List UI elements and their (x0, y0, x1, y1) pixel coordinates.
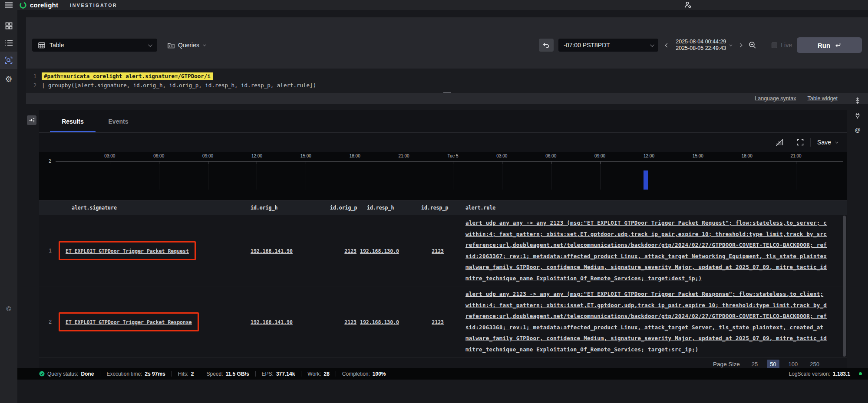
expand-side-panel-button[interactable] (27, 115, 36, 125)
corelight-logo[interactable]: corelight INVESTIGATOR (19, 1, 117, 9)
orig-p-link[interactable]: 2123 (344, 248, 356, 254)
save-button[interactable]: Save (817, 139, 837, 146)
product-name: INVESTIGATOR (70, 3, 117, 8)
tab-events[interactable]: Events (96, 118, 141, 132)
time-step-back-button[interactable] (663, 39, 671, 52)
rule-line[interactable]: reference:url,doubleagent.net/telecommun… (465, 311, 847, 322)
at-sign-icon[interactable]: @ (855, 127, 861, 133)
page-size-option-250[interactable]: 250 (807, 360, 822, 369)
x-axis-tick-label: 03:00 (496, 154, 507, 158)
x-axis-tick-label: 21:00 (791, 154, 802, 158)
hamburger-menu-icon[interactable] (0, 2, 17, 8)
live-toggle[interactable]: Live (772, 42, 792, 49)
page-size-option-100[interactable]: 100 (785, 360, 801, 369)
status-value: 2 (191, 371, 194, 377)
column-header-alert-rule[interactable]: alert.rule (465, 203, 847, 213)
y-axis-tick-label: 2 (49, 159, 51, 164)
query-editor[interactable]: 1 #path=suricata_corelight alert.signatu… (26, 69, 868, 93)
query-code-highlighted[interactable]: #path=suricata_corelight alert.signature… (42, 72, 213, 80)
status-value: 377.14k (276, 371, 295, 377)
time-step-forward-button[interactable] (736, 39, 744, 52)
status-divider (100, 371, 100, 377)
rule-cell: alert udp any any -> any 2123 (msg:"ET E… (465, 215, 847, 286)
status-value: 2s 97ms (145, 371, 165, 377)
column-header-alert-signature[interactable]: alert.signature (59, 205, 245, 211)
query-code[interactable]: | groupby([alert.signature, id.orig_h, i… (42, 82, 316, 88)
column-header-id-orig_h[interactable]: id.orig_h (245, 205, 330, 211)
rule-line[interactable]: mitre_technique_name Exploitation_Of_Rem… (465, 273, 847, 284)
view-selector-dropdown[interactable]: Table (32, 39, 157, 52)
controls-divider (790, 138, 790, 147)
column-header-id-orig_p[interactable]: id.orig_p (330, 205, 358, 211)
controls-divider (810, 138, 811, 147)
x-tickmark (796, 161, 796, 164)
x-axis-tick-label: 03:00 (104, 154, 115, 158)
signature-link[interactable]: ET EXPLOIT GTPDoor Trigger Packet Respon… (66, 319, 192, 325)
time-range-selector[interactable]: 2025-08-04 00:44:29 2025-08-05 22:49:43 (676, 39, 731, 52)
timezone-value: -07:00 PST8PDT (564, 42, 610, 49)
status-label: Execution time: (106, 371, 142, 377)
orig-h-link[interactable]: 192.168.141.90 (251, 319, 293, 325)
left-sidebar: ⚙ © (0, 10, 17, 403)
x-gridline (257, 162, 257, 190)
x-axis-tick-label: 06:00 (545, 154, 556, 158)
tab-results[interactable]: Results (50, 118, 96, 132)
sidebar-item-lists[interactable] (0, 34, 17, 52)
resp-p-link[interactable]: 2123 (432, 248, 444, 254)
plug-icon[interactable] (855, 113, 861, 120)
run-button[interactable]: Run (797, 37, 862, 53)
live-checkbox[interactable] (772, 43, 777, 48)
queries-menu-button[interactable]: Queries (168, 42, 205, 49)
rule-line[interactable]: reference:url,doubleagent.net/telecommun… (465, 239, 847, 251)
chevron-down-icon (729, 43, 733, 46)
rule-line[interactable]: sid:2063368; rev:1; metadata:affected_pr… (465, 322, 847, 333)
rule-line[interactable]: within:4; fast_pattern; xbits:isset,ET.g… (465, 300, 847, 311)
collapse-vertical-icon[interactable] (855, 97, 861, 104)
query-toolbar: Table Queries -07:00 PST8PDT (26, 37, 868, 53)
rule-line[interactable]: sid:2063367; rev:1; metadata:affected_pr… (465, 251, 847, 262)
table-row: 2ET EXPLOIT GTPDoor Trigger Packet Respo… (39, 286, 847, 357)
table-widget-link[interactable]: Table widget (808, 95, 838, 102)
column-header-id-resp_p[interactable]: id.resp_p (421, 205, 465, 211)
rule-line[interactable]: malware_family GTPDoor, confidence Mediu… (465, 333, 847, 344)
histogram-bar[interactable] (644, 170, 648, 190)
view-selector-value: Table (50, 42, 64, 49)
signature-link[interactable]: ET EXPLOIT GTPDoor Trigger Packet Reques… (66, 248, 189, 254)
vertical-scrollbar[interactable] (843, 216, 846, 357)
copyright-icon[interactable]: © (0, 305, 17, 312)
rule-line[interactable]: malware_family GTPDoor, confidence Mediu… (465, 262, 847, 273)
column-header-id-resp_h[interactable]: id.resp_h (358, 205, 421, 211)
resp-p-link[interactable]: 2123 (432, 319, 444, 325)
timezone-dropdown[interactable]: -07:00 PST8PDT (558, 39, 658, 52)
orig-p-link[interactable]: 2123 (344, 319, 356, 325)
status-item: EPS:377.14k (262, 371, 295, 377)
resp-h-link[interactable]: 192.168.130.0 (360, 248, 399, 254)
rule-line[interactable]: alert udp any any -> any 2123 (msg:"ET E… (465, 217, 847, 229)
zoom-out-time-button[interactable] (749, 41, 756, 49)
status-divider (200, 371, 200, 377)
x-tickmark (110, 161, 110, 164)
resp-h-link[interactable]: 192.168.130.0 (360, 319, 399, 325)
undo-button[interactable] (539, 39, 554, 52)
x-tickmark (453, 161, 453, 164)
sidebar-item-search[interactable] (0, 52, 17, 69)
check-icon (39, 371, 45, 377)
orig-h-link-cell: 192.168.141.90 (245, 318, 330, 326)
row-index: 1 (39, 248, 59, 254)
status-item: Execution time:2s 97ms (106, 371, 165, 377)
table-body: 1ET EXPLOIT GTPDoor Trigger Packet Reque… (39, 215, 847, 357)
page-size-option-50[interactable]: 50 (767, 360, 779, 369)
fullscreen-button[interactable] (797, 139, 804, 146)
user-settings-icon[interactable] (684, 1, 692, 9)
sidebar-item-settings[interactable]: ⚙ (0, 69, 17, 86)
language-syntax-link[interactable]: Language syntax (755, 95, 796, 102)
x-gridline (796, 162, 796, 190)
toggle-histogram-button[interactable] (776, 139, 783, 146)
rule-line[interactable]: alert udp any 2123 -> any any (msg:"ET E… (465, 288, 847, 300)
rule-line[interactable]: mitre_technique_name Exploitation_Of_Rem… (465, 344, 847, 355)
orig-h-link[interactable]: 192.168.141.90 (251, 248, 293, 254)
x-tickmark (208, 161, 208, 164)
page-size-option-25[interactable]: 25 (749, 360, 761, 369)
rule-line[interactable]: within:4; fast_pattern; xbits:set,ET.gpt… (465, 229, 847, 240)
sidebar-item-dashboards[interactable] (0, 17, 17, 34)
